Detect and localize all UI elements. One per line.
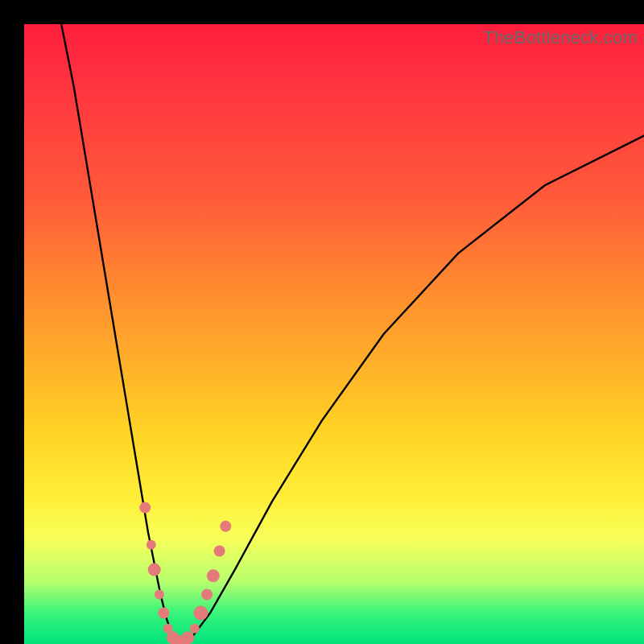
marker-dot: [220, 521, 231, 532]
marker-dot: [207, 569, 220, 582]
marker-dot: [190, 624, 200, 634]
curve-svg: [24, 24, 644, 644]
marker-dot: [139, 502, 151, 514]
marker-dot: [147, 540, 156, 550]
marker-dot: [193, 606, 208, 621]
plot-area: TheBottleneck.com: [24, 24, 644, 644]
marker-dot: [201, 588, 213, 600]
marker-dot: [214, 546, 225, 557]
marker-dot: [181, 631, 194, 644]
marker-dot: [155, 589, 164, 599]
marker-dot: [158, 608, 169, 619]
chart-frame: TheBottleneck.com: [0, 0, 644, 644]
marker-dot: [148, 564, 161, 576]
marker-group: [139, 502, 231, 644]
bottleneck-curve: [61, 24, 644, 644]
